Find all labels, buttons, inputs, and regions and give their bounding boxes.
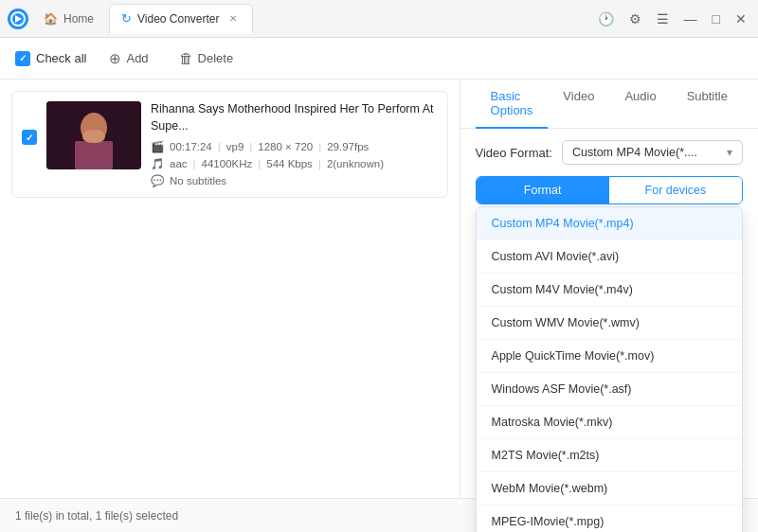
format-item-mov[interactable]: Apple QuickTime Movie(*.mov) [477,340,742,373]
menu-icon[interactable]: ☰ [653,9,673,28]
tab-video-converter-label: Video Converter [137,12,220,26]
chevron-down-icon: ▾ [727,146,732,159]
video-format-value: Custom MP4 Movie(*.... [572,146,697,159]
devices-toggle-btn[interactable]: For devices [609,177,742,204]
file-checkbox[interactable] [22,130,37,145]
format-item-wmv[interactable]: Custom WMV Movie(*.wmv) [477,307,742,340]
add-button[interactable]: ⊕ Add [101,46,155,71]
svg-rect-4 [82,130,105,143]
format-toggle-label: Format [524,184,562,197]
tab-audio-label: Audio [624,89,656,103]
format-item-mkv[interactable]: Matroska Movie(*.mkv) [477,406,742,439]
file-list: Rihanna Says Motherhood Inspired Her To … [0,80,460,498]
video-icon: 🎬 [151,140,164,153]
format-item-mp4[interactable]: Custom MP4 Movie(*.mp4) [477,207,742,240]
tab-subtitle[interactable]: Subtitle [672,80,743,129]
format-item-m2ts[interactable]: M2TS Movie(*.m2ts) [477,439,742,472]
tab-home-label: Home [63,12,94,26]
file-thumbnail [46,101,141,169]
tab-basic-options[interactable]: Basic Options [476,80,549,129]
format-item-m4v[interactable]: Custom M4V Movie(*.m4v) [477,274,742,307]
format-toggle-btn[interactable]: Format [477,177,609,204]
app-logo [8,9,28,29]
status-text: 1 file(s) in total, 1 file(s) selected [15,509,178,523]
file-title: Rihanna Says Motherhood Inspired Her To … [151,101,438,134]
file-meta-subtitle: 💬 No subtitles [151,174,438,187]
check-all-wrapper[interactable]: Check all [15,51,86,66]
file-fps: 29.97fps [327,141,369,152]
file-sample-rate: 44100KHz [202,158,253,169]
file-meta-audio: 🎵 aac | 44100KHz | 544 Kbps | 2(unknown) [151,157,438,170]
maximize-button[interactable]: □ [709,9,724,28]
svg-rect-3 [75,141,113,169]
add-label: Add [126,51,148,65]
video-format-row: Video Format: Custom MP4 Movie(*.... ▾ [476,140,743,165]
audio-icon: 🎵 [151,157,164,170]
devices-toggle-label: For devices [645,184,707,197]
toolbar: Check all ⊕ Add 🗑 Delete [0,38,758,80]
file-meta-video: 🎬 00:17:24 | vp9 | 1280 × 720 | 29.97fps [151,140,438,153]
delete-button[interactable]: 🗑 Delete [171,46,242,70]
tab-audio[interactable]: Audio [609,80,671,129]
right-panel: Basic Options Video Audio Subtitle Video… [460,80,758,498]
format-item-asf[interactable]: Windows ASF Movie(*.asf) [477,373,742,406]
file-subtitle: No subtitles [170,175,226,186]
tab-close-button[interactable]: ✕ [226,11,241,27]
tab-video-label: Video [563,89,594,103]
file-duration: 00:17:24 [170,141,212,152]
tab-video-converter[interactable]: ↻ Video Converter ✕ [109,4,253,34]
titlebar: 🏠 Home ↻ Video Converter ✕ 🕐 ⚙ ☰ — □ ✕ [0,0,758,38]
file-info: Rihanna Says Motherhood Inspired Her To … [151,101,438,187]
delete-icon: 🗑 [179,50,193,66]
main-content: Rihanna Says Motherhood Inspired Her To … [0,80,758,498]
file-codec: vp9 [226,141,244,152]
tab-video[interactable]: Video [548,80,609,129]
file-audio-codec: aac [170,158,188,169]
tab-subtitle-label: Subtitle [687,89,728,103]
format-device-toggle: Format For devices [476,176,743,204]
minimize-button[interactable]: — [680,9,701,28]
panel-content: Video Format: Custom MP4 Movie(*.... ▾ F… [460,129,758,498]
delete-label: Delete [198,51,234,65]
format-item-webm[interactable]: WebM Movie(*.webm) [477,472,742,505]
tab-basic-options-label: Basic Options [491,89,533,117]
format-item-mpeg1[interactable]: MPEG-IMovie(*.mpg) [477,505,742,532]
window-controls: 🕐 ⚙ ☰ — □ ✕ [594,9,750,28]
tab-home[interactable]: 🏠 Home [32,4,105,34]
format-dropdown: Custom MP4 Movie(*.mp4) Custom AVI Movie… [476,206,743,532]
refresh-icon: ↻ [121,11,132,26]
subtitle-icon: 💬 [151,174,164,187]
video-format-select[interactable]: Custom MP4 Movie(*.... ▾ [562,140,743,165]
file-item: Rihanna Says Motherhood Inspired Her To … [11,91,448,198]
add-icon: ⊕ [109,50,121,67]
panel-tabs: Basic Options Video Audio Subtitle [460,80,758,129]
file-channels: 2(unknown) [327,158,384,169]
file-bitrate: 544 Kbps [266,158,313,169]
settings-icon[interactable]: ⚙ [625,9,645,28]
home-icon: 🏠 [44,12,58,26]
video-format-label: Video Format: [476,146,552,160]
file-resolution: 1280 × 720 [258,141,313,152]
check-all-checkbox[interactable] [15,51,30,66]
check-all-label: Check all [36,51,86,65]
history-icon[interactable]: 🕐 [594,9,618,28]
close-button[interactable]: ✕ [731,9,750,28]
format-item-avi[interactable]: Custom AVI Movie(*.avi) [477,240,742,274]
